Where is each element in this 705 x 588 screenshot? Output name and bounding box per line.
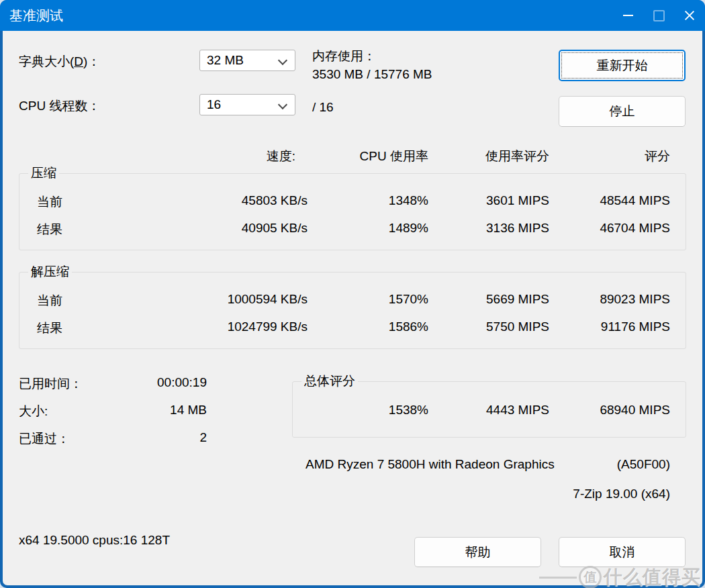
- cell-usage-rating: 5750 MIPS: [415, 320, 549, 334]
- cell-usage-rating: 3601 MIPS: [415, 193, 549, 208]
- compression-groupbox: [19, 173, 686, 250]
- size-label: 大小:: [19, 403, 48, 420]
- dictionary-size-select[interactable]: 32 MB: [199, 50, 295, 71]
- minimize-button[interactable]: [612, 0, 643, 31]
- header-usage-rating: 使用率评分: [415, 148, 549, 165]
- cell-cpu-usage: 1570%: [294, 292, 428, 307]
- decompression-legend: 解压缩: [28, 265, 72, 279]
- cell-rating: 46704 MIPS: [536, 221, 670, 236]
- row-label: 结果: [37, 221, 62, 238]
- cpu-name: AMD Ryzen 7 5800H with Radeon Graphics: [306, 457, 555, 472]
- window-title: 基准测试: [9, 7, 63, 25]
- cpu-threads-value: 16: [207, 97, 221, 112]
- total-cpu-usage: 1538%: [294, 403, 428, 418]
- header-speed: 速度:: [173, 148, 295, 165]
- passes-label: 已通过：: [19, 430, 70, 448]
- decompression-groupbox: [19, 272, 686, 349]
- watermark-text: 什么值得买: [604, 565, 701, 588]
- app-version: 7-Zip 19.00 (x64): [469, 487, 670, 501]
- chevron-down-icon: [278, 56, 287, 65]
- cell-cpu-usage: 1489%: [294, 221, 428, 236]
- size-value: 14 MB: [73, 403, 207, 418]
- cell-cpu-usage: 1348%: [294, 193, 428, 208]
- help-button[interactable]: 帮助: [414, 537, 541, 567]
- smzdm-watermark: 值 什么值得买: [539, 565, 701, 588]
- header-rating: 评分: [536, 148, 670, 165]
- restart-button[interactable]: 重新开始: [559, 50, 686, 81]
- minimize-icon: [623, 15, 633, 16]
- cell-rating: 48544 MIPS: [536, 193, 670, 208]
- cell-usage-rating: 3136 MIPS: [415, 221, 549, 236]
- cell-speed: 40905 KB/s: [173, 221, 308, 236]
- cell-cpu-usage: 1586%: [294, 320, 428, 334]
- row-label: 当前: [37, 193, 62, 211]
- memory-usage-label: 内存使用：: [312, 48, 376, 65]
- maximize-button[interactable]: [643, 0, 674, 31]
- cell-speed: 45803 KB/s: [173, 193, 308, 208]
- cell-rating: 89023 MIPS: [536, 292, 670, 307]
- header-cpu-usage: CPU 使用率: [294, 148, 428, 165]
- watermark-badge-icon: 值: [579, 566, 602, 588]
- benchmark-dialog: 基准测试 字典大小(D)： 32 MB 内存使用： 3530 MB / 1577…: [0, 0, 705, 588]
- cell-rating: 91176 MIPS: [536, 320, 670, 334]
- chevron-down-icon: [278, 100, 287, 109]
- title-bar: 基准测试: [0, 0, 705, 31]
- stop-button[interactable]: 停止: [559, 96, 686, 127]
- total-rating: 68940 MIPS: [536, 403, 670, 418]
- close-button[interactable]: [674, 0, 705, 31]
- close-icon: [684, 9, 696, 21]
- passes-value: 2: [73, 430, 207, 445]
- dictionary-accesskey: D: [74, 54, 83, 68]
- row-label: 当前: [37, 292, 62, 309]
- build-info: x64 19.5000 cpus:16 128T: [19, 533, 170, 548]
- maximize-icon: [653, 10, 665, 21]
- cell-speed: 1024799 KB/s: [173, 320, 308, 334]
- cancel-button[interactable]: 取消: [559, 537, 686, 567]
- elapsed-time-value: 00:00:19: [73, 375, 207, 390]
- row-label: 结果: [37, 320, 62, 337]
- window-controls: [612, 0, 705, 31]
- cpu-id: (A50F00): [536, 457, 670, 472]
- watermark-line: [539, 577, 577, 579]
- dictionary-size-label: 字典大小(D)：: [19, 53, 100, 70]
- cpu-threads-label: CPU 线程数：: [19, 97, 100, 115]
- dictionary-size-value: 32 MB: [207, 53, 244, 68]
- memory-usage-value: 3530 MB / 15776 MB: [312, 67, 432, 82]
- compression-legend: 压缩: [28, 166, 59, 180]
- total-usage-rating: 4443 MIPS: [415, 403, 549, 418]
- cpu-threads-select[interactable]: 16: [199, 94, 295, 115]
- cpu-threads-total: / 16: [312, 100, 334, 115]
- cell-usage-rating: 5669 MIPS: [415, 292, 549, 307]
- cell-speed: 1000594 KB/s: [173, 292, 308, 307]
- total-rating-legend: 总体评分: [301, 375, 358, 388]
